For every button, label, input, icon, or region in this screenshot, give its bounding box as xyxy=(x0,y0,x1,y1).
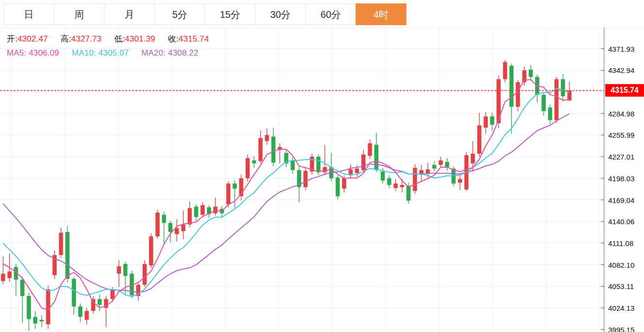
ohlc-item: 开:4302.47 xyxy=(7,34,48,43)
candle-body xyxy=(85,311,89,320)
ohlc-item: 收:4315.74 xyxy=(168,34,209,43)
y-axis-tick: 4053.11 xyxy=(608,282,634,290)
candle-body xyxy=(316,157,321,172)
ohlc-item-label: 高: xyxy=(60,34,71,43)
candle-body xyxy=(188,208,192,225)
candle-body xyxy=(541,95,546,111)
candle-body xyxy=(419,170,424,174)
ma-item: MA20: 4308.22 xyxy=(141,48,198,58)
ohlc-item-value: 4302.47 xyxy=(17,34,48,43)
candle-body xyxy=(374,145,379,170)
candle-body xyxy=(445,162,449,167)
candle-body xyxy=(484,116,488,128)
candle-body xyxy=(194,207,198,217)
candle-body xyxy=(200,205,205,215)
ma-item-text: MA20: 4308.22 xyxy=(141,48,198,58)
last-price-badge: 4315.74 xyxy=(605,84,644,97)
candle-body xyxy=(323,167,327,173)
y-axis-tick: 4284.98 xyxy=(608,109,634,117)
candle-body xyxy=(271,137,276,163)
ohlc-item-label: 开: xyxy=(7,34,17,43)
y-axis-tick: 3995.15 xyxy=(608,325,634,332)
candle-body xyxy=(393,184,398,188)
candle-body xyxy=(246,158,250,178)
tab-interval-0[interactable]: 日 xyxy=(3,3,54,25)
candle-body xyxy=(258,138,263,161)
y-axis-tick: 4111.08 xyxy=(608,239,633,247)
candle-body xyxy=(432,165,436,169)
y-axis-tick: 4342.94 xyxy=(608,66,634,74)
candle-body xyxy=(413,168,417,191)
candle-body xyxy=(117,266,121,274)
candle-body xyxy=(387,178,391,185)
candle-body xyxy=(149,236,153,265)
candle-body xyxy=(471,154,475,163)
candle-body xyxy=(226,184,231,204)
candle-body xyxy=(110,290,115,299)
tab-interval-7[interactable]: 4时 xyxy=(356,3,406,25)
ohlc-item: 低:4301.39 xyxy=(114,34,155,43)
candle-body xyxy=(40,320,44,321)
candle-body xyxy=(7,272,12,278)
candle-body xyxy=(336,177,340,196)
tab-interval-1[interactable]: 周 xyxy=(54,3,105,25)
ohlc-item-label: 收: xyxy=(168,34,179,43)
candle-body xyxy=(72,279,76,306)
tab-interval-3[interactable]: 5分 xyxy=(154,3,205,25)
candle-body xyxy=(46,289,50,324)
tab-interval-6[interactable]: 60分 xyxy=(305,3,356,25)
candle-body xyxy=(168,223,173,232)
candle-body xyxy=(342,178,346,189)
ma5-line xyxy=(3,80,569,310)
candle-body xyxy=(265,135,269,141)
candle-body xyxy=(490,116,494,125)
candle-body xyxy=(291,160,295,170)
candle-body xyxy=(554,79,559,120)
candle-body xyxy=(155,213,160,236)
candle-body xyxy=(233,184,237,189)
candle-body xyxy=(503,62,508,79)
y-axis-tick: 4371.93 xyxy=(608,44,634,53)
candle-body xyxy=(355,169,359,173)
candle-body xyxy=(98,299,102,305)
y-axis-tick: 4198.03 xyxy=(608,174,634,182)
candle-body xyxy=(516,82,520,107)
tab-interval-4[interactable]: 15分 xyxy=(205,3,255,25)
candle-body xyxy=(548,107,553,120)
ohlc-item-value: 4301.39 xyxy=(125,34,155,43)
y-axis-tick: 4082.10 xyxy=(608,260,634,269)
ma-item-text: MA10: 4305.07 xyxy=(72,48,129,58)
ma-item: MA10: 4305.07 xyxy=(72,48,129,58)
candle-body xyxy=(439,160,443,165)
candle-body xyxy=(65,232,70,279)
candle-body xyxy=(561,79,565,96)
candle-body xyxy=(78,306,83,317)
ma-legend: MA5: 4306.09MA10: 4305.07MA20: 4308.22 xyxy=(7,48,211,58)
ohlc-item-value: 4327.73 xyxy=(71,34,102,43)
y-axis-tick: 4227.01 xyxy=(608,153,634,161)
ohlc-item-label: 低: xyxy=(114,34,125,43)
candle-body xyxy=(368,143,372,156)
y-axis-tick: 4169.04 xyxy=(608,196,634,204)
candle-body xyxy=(400,185,404,188)
tab-interval-2[interactable]: 月 xyxy=(104,3,155,25)
candle-body xyxy=(175,228,179,234)
candle-body xyxy=(143,264,147,285)
candle-body xyxy=(477,125,481,154)
candle-body xyxy=(406,186,411,201)
candle-body xyxy=(252,160,256,163)
ohlc-legend: 开:4302.47高:4327.73低:4301.39收:4315.74 xyxy=(7,33,222,44)
candle-body xyxy=(529,70,533,77)
candle-body xyxy=(33,317,38,324)
ohlc-item-value: 4315.74 xyxy=(179,34,209,43)
candle-body xyxy=(361,155,366,170)
y-axis-tick: 4024.13 xyxy=(608,304,634,312)
candle-body xyxy=(458,179,462,183)
candle-body xyxy=(1,274,5,281)
ma-item: MA5: 4306.09 xyxy=(7,48,59,58)
ma20-line xyxy=(3,114,569,292)
tab-interval-5[interactable]: 30分 xyxy=(255,3,306,25)
candle-body xyxy=(123,264,128,276)
candle-body xyxy=(20,280,25,296)
ma-item-text: MA5: 4306.09 xyxy=(7,48,59,58)
